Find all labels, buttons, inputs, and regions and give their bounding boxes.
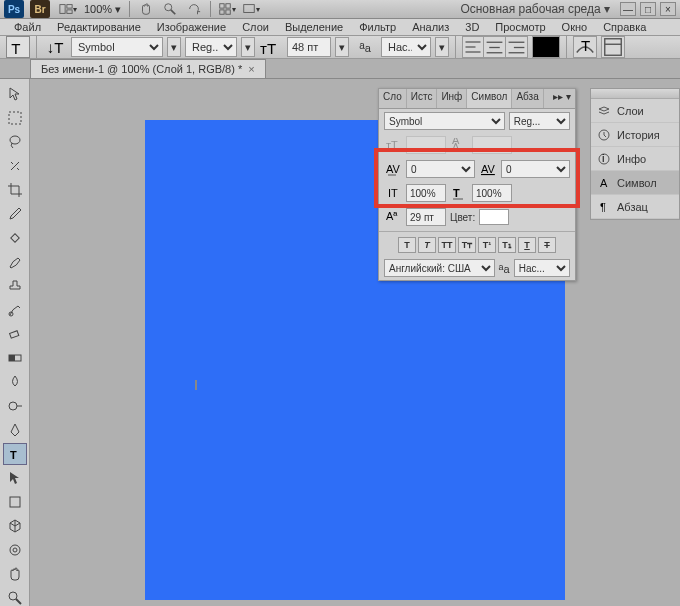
- anti-alias-chevron[interactable]: ▾: [435, 37, 449, 57]
- crop-tool[interactable]: [3, 179, 27, 201]
- menu-edit[interactable]: Редактирование: [49, 19, 149, 35]
- shape-tool[interactable]: [3, 491, 27, 513]
- minimize-button[interactable]: —: [620, 2, 636, 16]
- panel-tab-character[interactable]: Символ: [467, 89, 512, 108]
- panel-tab-paragraph[interactable]: Абза: [512, 89, 543, 108]
- font-style-select[interactable]: Reg...: [185, 37, 237, 57]
- cp-hscale-input[interactable]: [472, 184, 512, 202]
- zoom-icon[interactable]: [160, 0, 180, 18]
- menu-window[interactable]: Окно: [554, 19, 596, 35]
- workspace-switcher[interactable]: Основная рабочая среда ▾: [460, 2, 610, 16]
- lasso-tool[interactable]: [3, 131, 27, 153]
- panel-tab-history[interactable]: Истс: [407, 89, 438, 108]
- panel-tab-layers[interactable]: Сло: [379, 89, 407, 108]
- cp-language-select[interactable]: Английский: США: [384, 259, 495, 277]
- align-center-button[interactable]: [484, 36, 506, 58]
- text-orientation-icon[interactable]: ↓T: [43, 36, 67, 58]
- cp-font-style-select[interactable]: Reg...: [509, 112, 570, 130]
- cp-smallcaps-button[interactable]: Tᴛ: [458, 237, 476, 253]
- stamp-tool[interactable]: [3, 275, 27, 297]
- arrange-icon[interactable]: ▾: [217, 0, 237, 18]
- eyedropper-tool[interactable]: [3, 203, 27, 225]
- 3d-tool[interactable]: [3, 515, 27, 537]
- maximize-button[interactable]: □: [640, 2, 656, 16]
- char-panel-toggle-button[interactable]: [601, 36, 625, 58]
- wand-tool[interactable]: [3, 155, 27, 177]
- menu-3d[interactable]: 3D: [457, 19, 487, 35]
- menu-filter[interactable]: Фильтр: [351, 19, 404, 35]
- cp-fontsize-input[interactable]: [406, 136, 446, 154]
- marquee-tool[interactable]: [3, 107, 27, 129]
- warp-text-button[interactable]: T: [573, 36, 597, 58]
- cp-italic-button[interactable]: T: [418, 237, 436, 253]
- cp-subscript-button[interactable]: T₁: [498, 237, 516, 253]
- document-tab-close-icon[interactable]: ×: [248, 63, 254, 75]
- blur-tool[interactable]: [3, 371, 27, 393]
- cp-vscale-input[interactable]: [406, 184, 446, 202]
- cp-font-family-select[interactable]: Symbol: [384, 112, 505, 130]
- dock-info[interactable]: iИнфо: [591, 147, 679, 171]
- screen-mode-icon[interactable]: ▾: [241, 0, 261, 18]
- menu-help[interactable]: Справка: [595, 19, 654, 35]
- dock-history[interactable]: История: [591, 123, 679, 147]
- cp-baseline-input[interactable]: [406, 208, 446, 226]
- cp-superscript-button[interactable]: T¹: [478, 237, 496, 253]
- menu-view[interactable]: Просмотр: [487, 19, 553, 35]
- panel-tab-info[interactable]: Инф: [437, 89, 467, 108]
- font-family-chevron[interactable]: ▾: [167, 37, 181, 57]
- svg-point-32: [9, 402, 17, 410]
- dodge-tool[interactable]: [3, 395, 27, 417]
- path-select-tool[interactable]: [3, 467, 27, 489]
- menu-select[interactable]: Выделение: [277, 19, 351, 35]
- titlebar: Ps Br ▾ 100% ▾ ▾ ▾ Основная рабочая сред…: [0, 0, 680, 19]
- dock-paragraph[interactable]: ¶Абзац: [591, 195, 679, 219]
- zoom-level[interactable]: 100% ▾: [80, 3, 125, 16]
- anti-alias-select[interactable]: Нас...: [381, 37, 431, 57]
- type-tool[interactable]: T: [3, 443, 27, 465]
- layouts-dropdown[interactable]: ▾: [58, 0, 78, 18]
- panel-tab-more-icon[interactable]: ▸▸ ▾: [549, 89, 575, 108]
- font-size-input[interactable]: [287, 37, 331, 57]
- cp-leading-input[interactable]: [472, 136, 512, 154]
- history-brush-tool[interactable]: [3, 299, 27, 321]
- font-style-chevron[interactable]: ▾: [241, 37, 255, 57]
- text-color-swatch[interactable]: [532, 36, 560, 58]
- bridge-icon[interactable]: Br: [30, 0, 50, 18]
- app-window: Ps Br ▾ 100% ▾ ▾ ▾ Основная рабочая сред…: [0, 0, 680, 606]
- move-tool[interactable]: [3, 83, 27, 105]
- 3d-camera-tool[interactable]: [3, 539, 27, 561]
- dock-grip[interactable]: [591, 89, 679, 99]
- font-size-chevron[interactable]: ▾: [335, 37, 349, 57]
- cp-bold-button[interactable]: T: [398, 237, 416, 253]
- hand-tool[interactable]: [3, 563, 27, 585]
- rotate-icon[interactable]: [184, 0, 204, 18]
- cp-tracking-select[interactable]: 0: [406, 160, 475, 178]
- eraser-tool[interactable]: [3, 323, 27, 345]
- zoom-tool[interactable]: [3, 587, 27, 606]
- menu-file[interactable]: Файл: [6, 19, 49, 35]
- cp-underline-button[interactable]: T: [518, 237, 536, 253]
- align-left-button[interactable]: [462, 36, 484, 58]
- gradient-tool[interactable]: [3, 347, 27, 369]
- brush-tool[interactable]: [3, 251, 27, 273]
- cp-aa-select[interactable]: Нас...: [514, 259, 570, 277]
- menu-layers[interactable]: Слои: [234, 19, 277, 35]
- close-button[interactable]: ×: [660, 2, 676, 16]
- menu-analysis[interactable]: Анализ: [404, 19, 457, 35]
- cp-kerning-select[interactable]: 0: [501, 160, 570, 178]
- menu-image[interactable]: Изображение: [149, 19, 234, 35]
- cp-color-swatch[interactable]: [479, 209, 509, 225]
- dock-character[interactable]: AСимвол: [591, 171, 679, 195]
- hand-icon[interactable]: [136, 0, 156, 18]
- cp-strike-button[interactable]: T: [538, 237, 556, 253]
- healing-tool[interactable]: [3, 227, 27, 249]
- svg-rect-1: [67, 5, 72, 9]
- pen-tool[interactable]: [3, 419, 27, 441]
- canvas-area[interactable]: [30, 79, 680, 606]
- align-right-button[interactable]: [506, 36, 528, 58]
- document-tab[interactable]: Без имени-1 @ 100% (Слой 1, RGB/8) * ×: [30, 59, 266, 78]
- font-family-select[interactable]: Symbol: [71, 37, 163, 57]
- text-tool-preset-icon[interactable]: T: [6, 36, 30, 58]
- dock-layers[interactable]: Слои: [591, 99, 679, 123]
- cp-allcaps-button[interactable]: TT: [438, 237, 456, 253]
